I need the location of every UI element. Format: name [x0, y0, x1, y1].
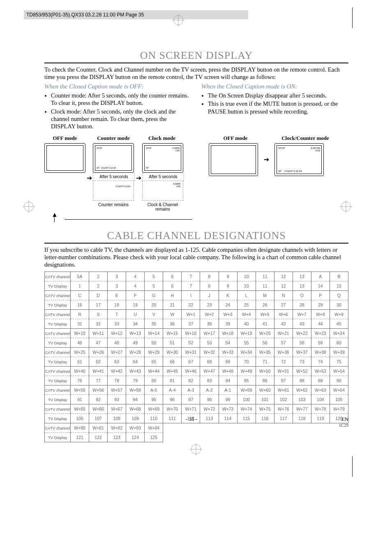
tvd-cell: 101 [256, 395, 274, 404]
tvd-cell: 18 [108, 300, 126, 310]
catv-cell: W+48 [219, 367, 237, 376]
print-header-strip: TD853/953(P01-35).QX33 03.2.28 11:00 PM … [24, 10, 248, 19]
tvd-cell: 55 [237, 338, 256, 348]
tvd-cell: 102 [274, 395, 293, 404]
catv-cell: W+34 [237, 348, 256, 357]
tvd-cell: 37 [182, 319, 200, 329]
catv-cell: 6 [163, 272, 182, 281]
tvd-cell: 70 [237, 357, 256, 367]
row-label-tvd: TV Display [45, 395, 71, 404]
catv-cell: A [311, 272, 330, 281]
tvd-cell: 62 [89, 357, 108, 367]
catv-cell: D [89, 291, 108, 300]
registration-mark-icon [173, 15, 183, 25]
catv-cell: W+62 [293, 385, 311, 395]
osd-sp-count: SP COUNT 0:12:34 [278, 170, 302, 172]
tv-clockcounter: STOP 5:40 PM CH2 SP COUNT 0:12:34 [274, 143, 324, 176]
catv-cell: W+75 [256, 404, 274, 414]
catv-cell: W+36 [274, 348, 293, 357]
tvd-cell: 53 [200, 338, 219, 348]
tvd-cell: 94 [126, 395, 145, 404]
tvd-cell: 26 [256, 300, 274, 310]
catv-cell: S [89, 310, 108, 319]
tvd-cell: 123 [108, 433, 126, 442]
tvd-cell: 52 [182, 338, 200, 348]
catv-cell: W+21 [274, 329, 293, 338]
tvd-cell: 78 [108, 376, 126, 385]
catv-cell: J [200, 291, 219, 300]
catv-cell: W+11 [89, 329, 108, 338]
row-label-tvd: TV Display [45, 338, 71, 348]
catv-cell: W+35 [256, 348, 274, 357]
tvd-cell: 73 [293, 357, 311, 367]
tvd-cell: 14 [311, 281, 330, 291]
catv-cell: 13 [293, 272, 311, 281]
intro-text: To check the Counter, Clock and Channel … [44, 66, 348, 81]
tvd-cell: 29 [311, 300, 330, 310]
tvd-cell: 68 [200, 357, 219, 367]
tvd-cell: 34 [126, 319, 145, 329]
tvd-cell: 105 [330, 395, 348, 404]
catv-cell: W+43 [126, 367, 145, 376]
subhead-cc-off: When the Closed Caption mode is OFF: [44, 83, 191, 90]
after5-label: After 5 seconds [142, 173, 184, 181]
row-label-catv: CATV channel [45, 329, 71, 338]
tvd-cell: 40 [237, 319, 256, 329]
catv-cell: R [71, 310, 89, 319]
catv-cell: W+67 [108, 404, 126, 414]
bullet: Counter mode: After 5 seconds, only the … [51, 92, 191, 107]
catv-cell: 12 [274, 272, 293, 281]
bullet: This is true even if the MUTE button is … [208, 100, 348, 115]
tvd-cell: 61 [71, 357, 89, 367]
catv-cell: W+17 [200, 329, 219, 338]
catv-cell: W+55 [71, 385, 89, 395]
catv-cell: W+79 [330, 404, 348, 414]
catv-cell: W+30 [163, 348, 182, 357]
tvd-cell: 85 [237, 376, 256, 385]
tvd-cell: 42 [274, 319, 293, 329]
catv-cell: W+66 [89, 404, 108, 414]
tvd-cell: 74 [311, 357, 330, 367]
tvd-cell: 33 [108, 319, 126, 329]
tvd-cell: 31 [71, 319, 89, 329]
tvd-cell: 3 [108, 281, 126, 291]
catv-cell: 7 [182, 272, 200, 281]
tvd-cell: 54 [219, 338, 237, 348]
tvd-cell: 80 [145, 376, 163, 385]
catv-cell: V [145, 310, 163, 319]
catv-cell: W+59 [237, 385, 256, 395]
catv-cell: W+56 [89, 385, 108, 395]
tvd-cell: 95 [145, 395, 163, 404]
catv-cell: W+18 [219, 329, 237, 338]
tvd-cell: 88 [293, 376, 311, 385]
catv-cell: W+68 [126, 404, 145, 414]
tvd-cell: 67 [182, 357, 200, 367]
row-label-tvd: TV Display [45, 300, 71, 310]
catv-cell: W+44 [145, 367, 163, 376]
tvd-cell: 17 [89, 300, 108, 310]
tvd-cell: 71 [256, 357, 274, 367]
divider [44, 243, 348, 244]
tvd-cell: 81 [163, 376, 182, 385]
row-label-catv: CATV channel [45, 272, 71, 281]
catv-cell: W+53 [311, 367, 330, 376]
catv-cell: W+32 [200, 348, 219, 357]
tvd-cell: 1 [71, 281, 89, 291]
tvd-cell: 47 [89, 338, 108, 348]
page-number: - 35 - [44, 416, 339, 427]
tvd-cell: 12 [274, 281, 293, 291]
osd-ch-small: CH2 [176, 185, 180, 188]
registration-mark-icon [191, 444, 201, 454]
counter-remains-label: Counter remains [93, 201, 134, 209]
tvd-cell: 38 [200, 319, 219, 329]
tvd-cell: 125 [145, 433, 163, 442]
catv-cell: W+27 [108, 348, 126, 357]
tvd-cell: 124 [126, 433, 145, 442]
catv-cell: W+58 [126, 385, 145, 395]
arrow-right-icon: ➔ [85, 175, 93, 181]
catv-cell: A-2 [200, 385, 219, 395]
tvd-cell: 92 [89, 395, 108, 404]
tvd-cell: 66 [163, 357, 182, 367]
catv-cell: W+26 [89, 348, 108, 357]
tvd-cell: 57 [274, 338, 293, 348]
